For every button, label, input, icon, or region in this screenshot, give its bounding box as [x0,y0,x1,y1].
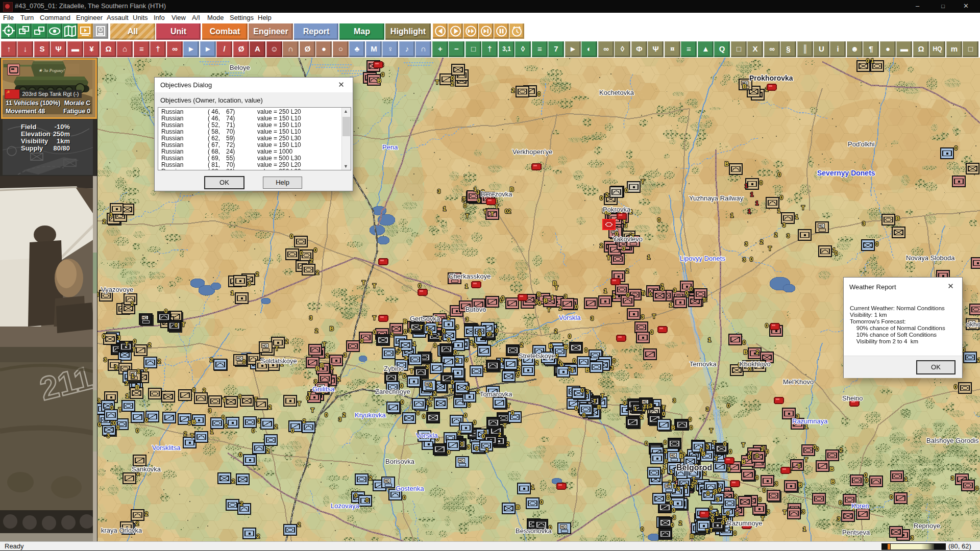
svg-text:2: 2 [136,520,139,527]
svg-text:T: T [804,457,808,463]
svg-text:0: 0 [662,411,665,417]
svg-text:0: 0 [743,339,746,345]
svg-text:0: 0 [145,417,148,423]
svg-text:1: 1 [484,367,487,373]
svg-text:T: T [692,476,696,482]
svg-text:3: 3 [114,364,117,370]
svg-text:2: 2 [977,357,980,363]
svg-text:0: 0 [460,441,463,447]
svg-text:3: 3 [862,220,865,227]
svg-text:0: 0 [242,359,246,365]
svg-text:Streletskoye: Streletskoye [519,352,555,360]
svg-text:B: B [671,424,675,431]
svg-text:0: 0 [763,487,766,493]
svg-text:0: 0 [626,292,629,298]
svg-text:B: B [744,349,748,355]
svg-text:T: T [507,403,510,409]
svg-text:T: T [410,368,413,374]
svg-text:2: 2 [760,239,763,245]
svg-text:3: 3 [787,233,790,239]
svg-text:0: 0 [755,453,758,459]
svg-text:0: 0 [418,283,421,289]
svg-text:0: 0 [975,485,978,491]
svg-text:B: B [679,453,683,459]
svg-text:3: 3 [706,406,709,412]
svg-text:0: 0 [568,333,571,339]
svg-text:1: 1 [777,208,780,214]
svg-text:B: B [377,78,381,84]
svg-text:2: 2 [734,493,737,499]
svg-text:1: 1 [426,399,429,406]
svg-text:1: 1 [604,288,607,294]
svg-text:1: 1 [669,302,672,308]
svg-text:0: 0 [447,449,450,455]
svg-text:2: 2 [369,475,372,481]
svg-text:0: 0 [685,290,688,296]
svg-text:3: 3 [673,287,676,293]
svg-text:0: 0 [581,387,584,393]
svg-text:0: 0 [573,358,576,364]
svg-text:T: T [491,211,494,217]
svg-text:1: 1 [531,484,534,490]
svg-text:T: T [705,528,709,534]
svg-text:2: 2 [184,431,187,437]
svg-text:0: 0 [373,329,376,335]
svg-text:B: B [549,343,553,349]
svg-text:3: 3 [706,444,709,450]
svg-text:3: 3 [437,188,440,194]
svg-text:3: 3 [745,241,748,247]
svg-text:3: 3 [662,468,665,474]
svg-text:Butovo: Butovo [465,306,486,313]
svg-text:0: 0 [865,477,868,483]
svg-text:Ternovka: Ternovka [690,360,717,368]
svg-text:2: 2 [456,357,459,363]
svg-text:T: T [547,307,551,313]
svg-text:2: 2 [103,218,106,224]
svg-text:2: 2 [498,432,501,438]
svg-text:T: T [298,400,301,407]
svg-text:2: 2 [433,390,436,396]
svg-text:0: 0 [671,522,674,528]
svg-text:Pentseva: Pentseva [842,529,870,536]
svg-text:2: 2 [430,395,433,401]
svg-text:B: B [315,365,320,371]
svg-text:2: 2 [268,404,272,410]
svg-text:B: B [403,318,407,324]
svg-text:0: 0 [890,494,893,500]
svg-text:Zybino: Zybino [384,365,404,372]
svg-text:2: 2 [131,300,134,307]
svg-text:Tomarovka: Tomarovka [480,390,512,398]
svg-text:3: 3 [248,281,251,287]
svg-text:Yuzhnaya Railway: Yuzhnaya Railway [689,194,744,202]
svg-text:1: 1 [210,429,213,435]
svg-text:B: B [516,504,520,510]
svg-text:0: 0 [723,441,726,447]
svg-text:T: T [420,324,423,330]
svg-text:0: 0 [866,58,869,64]
svg-text:2: 2 [256,271,259,277]
svg-text:0: 0 [416,410,420,416]
svg-text:1: 1 [708,337,711,343]
svg-text:0: 0 [252,428,255,434]
svg-text:T: T [495,204,499,210]
svg-text:0: 0 [110,405,113,411]
svg-text:2: 2 [713,489,716,495]
svg-text:0: 0 [482,433,485,439]
svg-text:0: 0 [290,233,293,239]
svg-text:T: T [662,405,666,411]
svg-text:B: B [320,362,324,368]
svg-text:1: 1 [426,325,429,332]
svg-text:0: 0 [665,458,668,464]
svg-text:0: 0 [750,256,753,262]
svg-text:1: 1 [500,357,503,363]
svg-text:0: 0 [222,414,225,420]
svg-text:T: T [311,407,314,413]
svg-text:Borisovka: Borisovka [385,458,415,465]
svg-text:T: T [465,213,469,219]
svg-text:2: 2 [679,520,682,526]
svg-text:0: 0 [661,286,664,292]
svg-text:Soldatskoye: Soldatskoye [261,357,297,365]
svg-text:3: 3 [208,408,211,414]
svg-text:3: 3 [314,379,317,385]
svg-text:0: 0 [622,245,625,252]
